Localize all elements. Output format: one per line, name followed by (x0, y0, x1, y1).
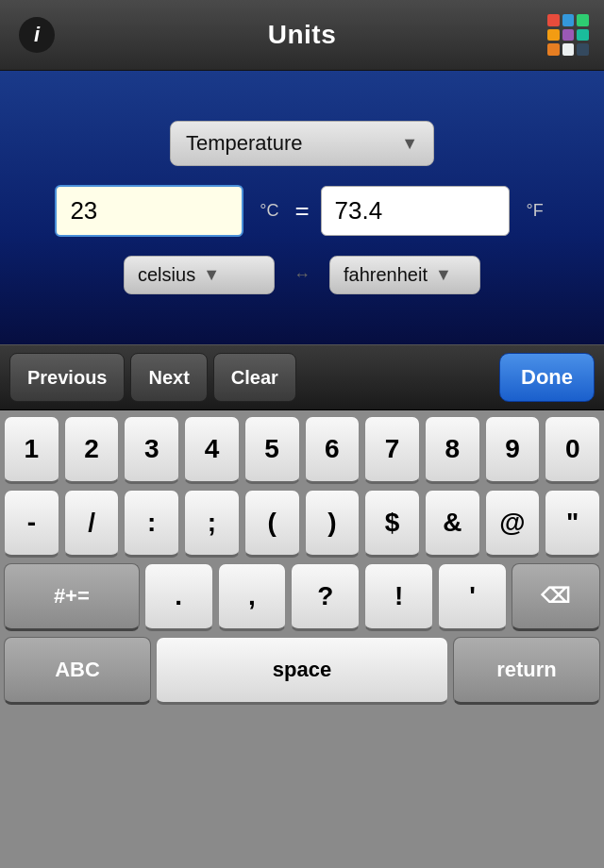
to-unit-name: fahrenheit (344, 264, 428, 286)
conversion-area: Temperature ▼ °C = 73.4 °F celsius ▼ ↔ f… (0, 71, 604, 344)
output-value: 73.4 (321, 186, 510, 236)
from-input[interactable] (55, 185, 243, 237)
key-return[interactable]: return (453, 637, 600, 705)
from-unit-label: °C (255, 201, 283, 221)
key-question[interactable]: ? (291, 563, 360, 631)
key-space[interactable]: space (156, 637, 448, 705)
from-unit-name: celsius (138, 264, 195, 286)
page-title: Units (268, 20, 337, 50)
previous-button[interactable]: Previous (9, 353, 125, 402)
key-open-paren[interactable]: ( (244, 490, 300, 558)
header: i Units (0, 0, 604, 71)
key-abc[interactable]: ABC (4, 637, 151, 705)
key-5[interactable]: 5 (244, 416, 300, 484)
key-7[interactable]: 7 (364, 416, 420, 484)
info-icon: i (34, 23, 40, 47)
key-exclaim[interactable]: ! (364, 563, 433, 631)
key-0[interactable]: 0 (545, 416, 600, 484)
key-8[interactable]: 8 (425, 416, 480, 484)
symbol-row: - / : ; ( ) $ & @ " (4, 490, 600, 558)
key-hashplus[interactable]: #+= (4, 563, 140, 631)
swap-icon: ↔ (294, 265, 310, 285)
category-row: Temperature ▼ (170, 121, 434, 166)
key-2[interactable]: 2 (64, 416, 120, 484)
equals-sign: = (294, 196, 309, 225)
key-comma[interactable]: , (218, 563, 287, 631)
key-at[interactable]: @ (485, 490, 541, 558)
clear-button[interactable]: Clear (213, 353, 296, 402)
grid-button[interactable] (547, 14, 589, 56)
to-unit-arrow-icon: ▼ (435, 265, 452, 285)
done-button[interactable]: Done (499, 353, 595, 402)
key-semicolon[interactable]: ; (184, 490, 240, 558)
to-unit-label: °F (521, 201, 549, 221)
toolbar: Previous Next Clear Done (0, 344, 604, 410)
key-colon[interactable]: : (124, 490, 179, 558)
to-unit-selector[interactable]: fahrenheit ▼ (329, 256, 480, 294)
key-quote[interactable]: " (545, 490, 600, 558)
dropdown-arrow-icon: ▼ (401, 134, 418, 154)
from-unit-arrow-icon: ▼ (203, 265, 220, 285)
key-6[interactable]: 6 (305, 416, 361, 484)
from-unit-selector[interactable]: celsius ▼ (124, 256, 275, 294)
key-9[interactable]: 9 (485, 416, 541, 484)
keyboard: 1 2 3 4 5 6 7 8 9 0 - / : ; ( ) $ & @ " … (0, 410, 604, 868)
key-ampersand[interactable]: & (425, 490, 480, 558)
category-label: Temperature (186, 131, 303, 156)
key-minus[interactable]: - (4, 490, 59, 558)
key-apostrophe[interactable]: ' (438, 563, 507, 631)
key-4[interactable]: 4 (184, 416, 240, 484)
next-button[interactable]: Next (130, 353, 207, 402)
key-dollar[interactable]: $ (364, 490, 420, 558)
key-close-paren[interactable]: ) (305, 490, 361, 558)
key-period[interactable]: . (144, 563, 213, 631)
category-dropdown[interactable]: Temperature ▼ (170, 121, 434, 166)
special-row: #+= . , ? ! ' ⌫ (4, 563, 600, 631)
key-3[interactable]: 3 (124, 416, 179, 484)
bottom-row: ABC space return (4, 637, 600, 705)
input-row: °C = 73.4 °F (19, 185, 585, 237)
info-button[interactable]: i (19, 17, 55, 53)
key-1[interactable]: 1 (4, 416, 59, 484)
unit-selector-row: celsius ▼ ↔ fahrenheit ▼ (19, 256, 585, 294)
key-slash[interactable]: / (64, 490, 120, 558)
number-row: 1 2 3 4 5 6 7 8 9 0 (4, 416, 600, 484)
delete-key[interactable]: ⌫ (512, 563, 600, 631)
